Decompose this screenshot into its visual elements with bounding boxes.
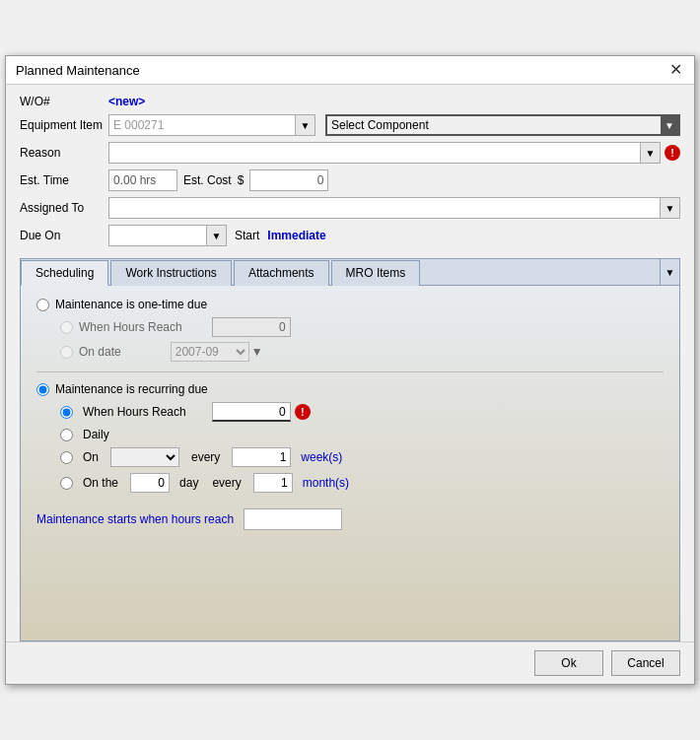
tabs-header: Scheduling Work Instructions Attachments… bbox=[21, 259, 679, 286]
maintenance-starts-input[interactable] bbox=[244, 508, 342, 530]
on-the-row: On the day every month(s) bbox=[60, 473, 664, 493]
equipment-input[interactable] bbox=[108, 114, 296, 136]
est-time-group: Est. Cost $ bbox=[108, 169, 328, 191]
rec-when-hours-label: When Hours Reach bbox=[83, 405, 186, 419]
recurring-section: Maintenance is recurring due When Hours … bbox=[36, 382, 664, 530]
one-time-sub-group: When Hours Reach On date 2007-09 ▼ bbox=[60, 317, 664, 362]
dialog-title: Planned Maintenance bbox=[16, 63, 140, 78]
equipment-row: Equipment Item ▼ Select Component ▼ bbox=[20, 114, 680, 136]
est-time-label: Est. Time bbox=[20, 173, 108, 187]
tab-work-instructions[interactable]: Work Instructions bbox=[110, 260, 231, 286]
tabs-container: Scheduling Work Instructions Attachments… bbox=[20, 258, 680, 641]
one-time-label: Maintenance is one-time due bbox=[55, 298, 207, 311]
on-the-radio[interactable] bbox=[60, 477, 73, 490]
reason-error-icon: ! bbox=[665, 145, 680, 161]
when-hours-radio[interactable] bbox=[60, 321, 73, 334]
close-button[interactable]: ✕ bbox=[667, 62, 684, 78]
divider bbox=[36, 371, 664, 372]
on-day-select[interactable] bbox=[110, 447, 179, 467]
on-radio[interactable] bbox=[60, 451, 73, 464]
rec-when-hours-row: When Hours Reach ! bbox=[60, 402, 664, 422]
on-date-select[interactable]: 2007-09 bbox=[171, 342, 249, 362]
on-week-input[interactable] bbox=[232, 447, 291, 467]
due-on-input[interactable] bbox=[108, 225, 207, 246]
daily-label: Daily bbox=[83, 428, 109, 441]
wo-label: W/O# bbox=[20, 95, 108, 108]
tab-mro-items[interactable]: MRO Items bbox=[331, 260, 421, 286]
assigned-input[interactable] bbox=[108, 197, 661, 219]
assigned-row: Assigned To ▼ bbox=[20, 197, 680, 219]
recurring-label: Maintenance is recurring due bbox=[55, 382, 208, 396]
months-label: month(s) bbox=[303, 476, 349, 490]
daily-radio[interactable] bbox=[60, 429, 73, 441]
rec-when-hours-input[interactable] bbox=[212, 402, 291, 422]
on-the-month-input[interactable] bbox=[253, 473, 293, 493]
rec-hours-error-icon: ! bbox=[295, 404, 311, 420]
tab-scheduling[interactable]: Scheduling bbox=[21, 260, 108, 286]
select-component-button[interactable]: Select Component ▼ bbox=[325, 114, 680, 136]
on-row: On every week(s) bbox=[60, 447, 664, 467]
recurring-radio[interactable] bbox=[36, 383, 49, 396]
on-every-label: every bbox=[191, 450, 220, 464]
on-date-radio[interactable] bbox=[60, 346, 73, 359]
assigned-dropdown-btn[interactable]: ▼ bbox=[661, 197, 680, 219]
tab-attachments[interactable]: Attachments bbox=[234, 260, 329, 286]
reason-label: Reason bbox=[20, 146, 108, 160]
equipment-dropdown-btn[interactable]: ▼ bbox=[296, 114, 315, 136]
on-date-row: On date 2007-09 ▼ bbox=[60, 342, 664, 362]
on-date-label: On date bbox=[79, 345, 121, 359]
form-area: W/O# <new> Equipment Item ▼ Select Compo… bbox=[6, 85, 694, 258]
when-hours-row: When Hours Reach bbox=[60, 317, 664, 337]
when-hours-input[interactable] bbox=[212, 317, 291, 337]
dialog-footer: Ok Cancel bbox=[6, 641, 694, 684]
est-cost-input[interactable] bbox=[249, 169, 328, 191]
select-component-arrow-icon: ▼ bbox=[661, 116, 678, 134]
daily-row: Daily bbox=[60, 428, 664, 441]
when-hours-label: When Hours Reach bbox=[79, 320, 182, 334]
est-time-input[interactable] bbox=[108, 169, 177, 191]
reason-input[interactable] bbox=[108, 142, 641, 164]
on-the-label: On the bbox=[83, 476, 118, 490]
due-on-label: Due On bbox=[20, 229, 108, 242]
cost-prefix: $ bbox=[238, 173, 245, 187]
equipment-label: Equipment Item bbox=[20, 118, 108, 132]
assigned-label: Assigned To bbox=[20, 201, 108, 215]
recurring-sub-options: When Hours Reach ! Daily On bbox=[60, 402, 664, 493]
due-on-dropdown-btn[interactable]: ▼ bbox=[207, 225, 227, 246]
due-on-group: ▼ Start Immediate bbox=[108, 225, 326, 246]
start-label: Start bbox=[235, 229, 259, 242]
cancel-button[interactable]: Cancel bbox=[611, 650, 680, 676]
rec-when-hours-radio[interactable] bbox=[60, 406, 73, 419]
on-weeks-label: week(s) bbox=[301, 450, 342, 464]
one-time-radio[interactable] bbox=[36, 299, 49, 311]
one-time-group: Maintenance is one-time due When Hours R… bbox=[36, 298, 664, 362]
wo-row: W/O# <new> bbox=[20, 95, 680, 108]
wo-value[interactable]: <new> bbox=[108, 95, 145, 108]
planned-maintenance-dialog: Planned Maintenance ✕ W/O# <new> Equipme… bbox=[5, 55, 695, 685]
due-on-row: Due On ▼ Start Immediate bbox=[20, 225, 680, 246]
immediate-link[interactable]: Immediate bbox=[267, 229, 325, 242]
recurring-radio-row: Maintenance is recurring due bbox=[36, 382, 664, 396]
reason-dropdown-btn[interactable]: ▼ bbox=[641, 142, 661, 164]
on-the-day-input[interactable] bbox=[130, 473, 170, 493]
reason-row: Reason ▼ ! bbox=[20, 142, 680, 164]
maintenance-starts-row: Maintenance starts when hours reach bbox=[36, 508, 664, 530]
select-component-label: Select Component bbox=[331, 118, 429, 132]
one-time-radio-row: Maintenance is one-time due bbox=[36, 298, 664, 311]
est-cost-label: Est. Cost bbox=[183, 173, 232, 187]
ok-button[interactable]: Ok bbox=[534, 650, 603, 676]
est-time-row: Est. Time Est. Cost $ bbox=[20, 169, 680, 191]
maintenance-starts-label: Maintenance starts when hours reach bbox=[36, 512, 234, 526]
day-label: day bbox=[179, 476, 198, 490]
scheduling-tab-content: Maintenance is one-time due When Hours R… bbox=[21, 286, 679, 640]
on-the-every-label: every bbox=[212, 476, 241, 490]
tabs-scroll-arrow[interactable]: ▼ bbox=[660, 259, 679, 285]
title-bar: Planned Maintenance ✕ bbox=[6, 56, 694, 85]
on-label: On bbox=[83, 450, 99, 464]
